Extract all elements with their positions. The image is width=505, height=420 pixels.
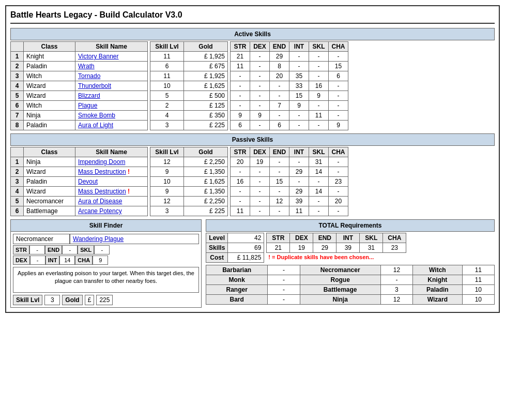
passive-skills-section: Passive Skills Class Skill Name 1 Ninja … [10, 133, 495, 216]
table-row: 10 £ 1,625 [150, 177, 228, 187]
table-row: 3 Witch Tornado [11, 71, 148, 81]
sf-dex: - [30, 256, 45, 265]
page-title: Battle Hearts Legacy - Build Calculator … [10, 10, 495, 24]
class-counts-table: Barbarian-Necromancer12Witch11Monk-Rogue… [206, 265, 495, 305]
total-reqs-header: TOTAL Requirements [206, 219, 495, 232]
sf-str: - [29, 245, 45, 254]
table-row: 6 £ 675 [150, 62, 228, 71]
list-item: Level 42 [206, 233, 264, 243]
table-row: - - - 29 14 - [231, 167, 348, 177]
sf-int: 14 [59, 256, 75, 265]
sf-description: Applies an everlasting poison to your ta… [13, 267, 199, 293]
class-counts: Barbarian-Necromancer12Witch11Monk-Rogue… [206, 265, 495, 305]
list-item: Ranger-Battlemage3Paladin10 [206, 285, 495, 295]
duplicate-warning: ! = Duplicate skills have been chosen... [266, 253, 406, 261]
sf-cha: 9 [93, 256, 108, 265]
table-row: 3 £ 225 [150, 206, 228, 216]
list-item: Skills 69 [206, 243, 264, 253]
list-item: Barbarian-Necromancer12Witch11 [206, 265, 495, 275]
table-row: 2 Wizard Mass Destruction ! [11, 167, 148, 177]
active-skills-header: Active Skills [10, 28, 495, 40]
table-row: - - - 15 9 - [231, 91, 348, 101]
table-row: 6 Battlemage Arcane Potency [11, 206, 148, 216]
col-skillname-active: Skill Name [75, 42, 148, 52]
passive-stats-table: STR DEX END INT SKL CHA 20 19 - - 31 - -… [230, 147, 348, 216]
total-requirements: TOTAL Requirements Level 42 Skills 69 Co… [206, 219, 495, 308]
sf-class-input[interactable]: Necromancer [13, 234, 70, 244]
warning-icon: ! [128, 188, 130, 195]
table-row: 11 £ 1,925 [150, 71, 228, 81]
skill-finder: Skill Finder Necromancer Wandering Plagu… [10, 219, 202, 308]
sf-skill-input[interactable]: Wandering Plague [70, 234, 199, 244]
table-row: - - - 33 16 - [231, 81, 348, 91]
table-row: 6 Witch Plague [11, 101, 148, 111]
table-row: 2 Paladin Wrath [11, 62, 148, 71]
sf-class-skill-row: Necromancer Wandering Plague [13, 234, 199, 244]
sf-bottom-row: Skill Lvl 3 Gold £ 225 [13, 295, 199, 305]
table-row: 9 £ 1,350 [150, 167, 228, 177]
tr-top-row: Level 42 Skills 69 Cost £ 11,825 STRDEXE… [206, 233, 495, 263]
table-row: 1 Knight Victory Banner [11, 52, 148, 62]
sf-gold-val: 225 [96, 295, 113, 305]
bottom-section: Skill Finder Necromancer Wandering Plagu… [10, 219, 495, 308]
table-row: 11 - 8 - - 15 [231, 62, 348, 71]
table-row: 6 - 6 - - 9 [231, 121, 348, 130]
table-row: 8 Paladin Aura of Light [11, 121, 148, 130]
table-row: 12 £ 2,250 [150, 197, 228, 206]
table-row: 4 £ 350 [150, 111, 228, 121]
passive-lvl-gold-table: Skill Lvl Gold 12 £ 2,250 9 £ 1,350 10 £… [150, 147, 228, 216]
table-row: 5 £ 500 [150, 91, 228, 101]
table-row: 2 £ 125 [150, 101, 228, 111]
active-skills-section: Active Skills Class Skill Name 1 Knight … [10, 28, 495, 130]
table-row: 12 £ 2,250 [150, 157, 228, 167]
skill-finder-body: Necromancer Wandering Plague STR - END -… [11, 232, 201, 307]
sf-end: - [62, 245, 78, 254]
passive-class-skill-table: Class Skill Name 1 Ninja Impending Doom … [10, 147, 148, 216]
list-item: Cost £ 11,825 [206, 253, 264, 263]
tr-summary-table: Level 42 Skills 69 Cost £ 11,825 [206, 233, 264, 263]
table-row: 7 Ninja Smoke Bomb [11, 111, 148, 121]
sf-skl: - [94, 245, 110, 254]
tr-stats-container: STRDEXENDINTSKLCHA 211929393123 ! = Dupl… [266, 233, 406, 263]
table-row: 10 £ 1,625 [150, 81, 228, 91]
list-item: Monk-Rogue-Knight11 [206, 275, 495, 285]
table-row: - - 20 35 - 6 [231, 71, 348, 81]
passive-skills-tables: Class Skill Name 1 Ninja Impending Doom … [10, 147, 495, 216]
table-row: 11 - - 11 - - [231, 206, 348, 216]
table-row: 9 9 - - 11 - [231, 111, 348, 121]
table-row: 20 19 - - 31 - [231, 157, 348, 167]
active-class-skill-table: Class Skill Name 1 Knight Victory Banner… [10, 41, 148, 130]
col-skillname-passive: Skill Name [75, 147, 148, 157]
main-container: Battle Hearts Legacy - Build Calculator … [5, 5, 500, 313]
table-row: 11 £ 1,925 [150, 52, 228, 62]
table-row: 4 Wizard Thunderbolt [11, 81, 148, 91]
skill-finder-header: Skill Finder [11, 220, 201, 232]
active-lvl-gold-table: Skill Lvl Gold 11 £ 1,925 6 £ 675 11 £ 1… [150, 41, 228, 130]
table-row: - - 12 39 - 20 [231, 197, 348, 206]
col-class-passive: Class [24, 147, 75, 157]
table-row: 3 Paladin Devout [11, 177, 148, 187]
table-row: - - - 29 14 - [231, 187, 348, 197]
active-skills-tables: Class Skill Name 1 Knight Victory Banner… [10, 41, 495, 130]
sf-lvl-val: 3 [44, 295, 60, 305]
table-row: 21 - 29 - - - [231, 52, 348, 62]
col-class-active: Class [24, 42, 75, 52]
warning-icon: ! [128, 168, 130, 175]
sf-gold-prefix: £ [85, 295, 95, 305]
list-item: Bard-Ninja12Wizard10 [206, 295, 495, 305]
sf-lvl-label: Skill Lvl [13, 295, 42, 305]
table-row: 3 £ 225 [150, 121, 228, 130]
table-row: - - 7 9 - - [231, 101, 348, 111]
table-row: 5 Necromancer Aura of Disease [11, 197, 148, 206]
tr-stats-table: STRDEXENDINTSKLCHA 211929393123 [266, 233, 406, 253]
table-row: 5 Wizard Blizzard [11, 91, 148, 101]
passive-skills-header: Passive Skills [10, 133, 495, 146]
table-row: 9 £ 1,350 [150, 187, 228, 197]
table-row: 4 Wizard Mass Destruction ! [11, 187, 148, 197]
sf-gold-label: Gold [62, 295, 82, 305]
table-row: 16 - 15 - - 23 [231, 177, 348, 187]
active-stats-table: STR DEX END INT SKL CHA 21 - 29 - - - 11… [230, 41, 348, 130]
table-row: 1 Ninja Impending Doom [11, 157, 148, 167]
